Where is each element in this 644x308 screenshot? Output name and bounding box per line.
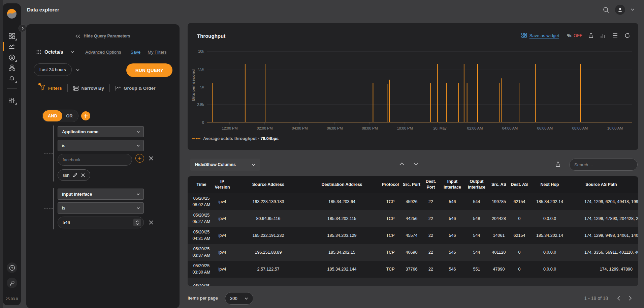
svg-text:5k: 5k: [200, 85, 204, 89]
column-header-src_addr[interactable]: Source Address: [232, 182, 304, 188]
group-order-icon: [115, 85, 121, 91]
table-row[interactable]: 05/20/2503:30 AMipv42.57.122.57185.34.20…: [188, 261, 638, 278]
sidebar-item-data-explorer[interactable]: [3, 41, 21, 52]
filter-operator-select[interactable]: is: [58, 140, 144, 151]
expand-table-icon[interactable]: [413, 161, 419, 167]
table-row[interactable]: 05/20/2508:02 AMipv4193.228.139.183185.3…: [188, 193, 638, 210]
items-per-page-label: Items per page: [188, 296, 218, 301]
filter-tree-line: [44, 124, 44, 208]
column-header-src_port[interactable]: Src. Port: [401, 182, 422, 188]
sidebar-item-dashboards[interactable]: [3, 31, 21, 41]
api-key-button[interactable]: [7, 278, 17, 288]
app-logo[interactable]: [7, 9, 17, 19]
collapse-table-icon[interactable]: [399, 161, 405, 167]
logic-toggle[interactable]: AND OR: [42, 110, 78, 122]
time-range-select[interactable]: Last 24 hours: [34, 63, 72, 76]
table-row[interactable]: 05/20/25: [188, 278, 638, 286]
cell-src_addr: 193.228.139.183: [232, 199, 304, 205]
sidebar-expand-button[interactable]: [19, 24, 26, 32]
export-chart-icon[interactable]: [587, 32, 594, 38]
remove-filter-button[interactable]: [148, 220, 154, 225]
column-header-in_if[interactable]: Input Interface: [440, 179, 465, 190]
number-stepper[interactable]: [133, 219, 141, 226]
percent-toggle[interactable]: %:OFF: [567, 33, 582, 38]
cell-src_as: 14061: [488, 232, 509, 239]
sidebar-item-topology[interactable]: [3, 62, 21, 73]
time-range-caret-icon[interactable]: [76, 68, 80, 72]
column-header-out_if[interactable]: Output Interface: [465, 179, 488, 190]
filter-operator-select[interactable]: is: [58, 202, 144, 214]
page-size-select[interactable]: 300: [225, 292, 253, 305]
filter-value-input[interactable]: facebook: [58, 154, 132, 166]
column-header-as_path[interactable]: Source AS Path: [570, 182, 633, 188]
user-menu-caret-icon[interactable]: [631, 7, 635, 13]
drag-handle-icon[interactable]: [36, 50, 41, 54]
cell-in_if: 546: [440, 216, 465, 222]
edit-chip-icon[interactable]: [73, 173, 77, 177]
metric-caret-icon[interactable]: [70, 50, 74, 54]
save-as-widget-link[interactable]: Save as widget: [521, 33, 559, 38]
cell-out_if: 548: [465, 216, 488, 222]
tab-narrow-by[interactable]: Narrow By: [73, 85, 104, 91]
metric-select[interactable]: Octets/s: [44, 49, 63, 55]
save-link[interactable]: Save: [130, 50, 140, 55]
svg-text:7.5k: 7.5k: [197, 67, 204, 71]
column-header-next_hop[interactable]: Next Hop: [529, 182, 570, 188]
logic-or[interactable]: OR: [63, 113, 78, 118]
table-row[interactable]: 05/20/2504:31 AMipv4165.232.191.232185.3…: [188, 227, 638, 244]
cell-out_if: 544: [465, 249, 488, 256]
column-header-dst_as[interactable]: Dest. AS: [509, 182, 529, 188]
advanced-options-link[interactable]: Advanced Options: [85, 50, 121, 55]
run-query-button[interactable]: RUN QUERY: [126, 63, 172, 77]
cell-src_as: 204428: [488, 216, 509, 222]
hide-query-parameters[interactable]: Hide Query Parameters: [26, 34, 180, 38]
user-icon: [617, 7, 623, 12]
sidebar: ? 25.03.0: [3, 3, 21, 305]
table-row[interactable]: 05/20/2503:37 AMipv4196.251.88.89185.34.…: [188, 244, 638, 261]
filter-field-select[interactable]: Application name: [58, 126, 144, 137]
table-search-input[interactable]: Search ...: [569, 159, 638, 171]
column-header-dst_port[interactable]: Dest. Port: [422, 179, 440, 190]
cell-as_path: 174, 1299, 9498, 14061, 14061: [570, 232, 633, 239]
remove-filter-button[interactable]: [148, 156, 154, 161]
filter-field-select[interactable]: Input Interface: [58, 189, 144, 200]
cell-out_if: 551: [465, 266, 488, 273]
export-table-icon[interactable]: [555, 161, 561, 169]
hide-show-columns-select[interactable]: Hide/Show Columns: [190, 159, 260, 171]
help-button[interactable]: ?: [7, 262, 17, 273]
remove-chip-icon[interactable]: [81, 173, 85, 177]
logic-and[interactable]: AND: [43, 110, 62, 121]
chart-type-icon[interactable]: [599, 33, 607, 38]
cell-date_time: 05/20/2503:37 AM: [190, 246, 213, 259]
column-header-ip_version[interactable]: IP Version: [213, 179, 232, 190]
filter-number-input[interactable]: 546: [58, 217, 144, 228]
cell-next_hop: 185.34.202.14: [529, 232, 570, 239]
page-title: Data explorer: [27, 7, 59, 12]
table-row[interactable]: 05/20/2505:27 AMipv480.94.95.116185.34.2…: [188, 210, 638, 227]
next-page-icon[interactable]: [628, 296, 633, 302]
collapsed-rail: [0, 0, 3, 308]
chart-legend[interactable]: Average octets throughput - 79.04bps: [192, 136, 279, 141]
prev-page-icon[interactable]: [616, 296, 621, 302]
cell-src_port: 44256: [401, 216, 422, 222]
column-header-protocol[interactable]: Protocol: [379, 182, 401, 188]
user-avatar[interactable]: [615, 5, 625, 15]
tab-filters[interactable]: Filters: [40, 85, 62, 91]
chart-menu-icon[interactable]: [611, 33, 619, 38]
add-filter-button[interactable]: [81, 111, 90, 120]
sidebar-item-network[interactable]: [3, 52, 21, 62]
sidebar-item-settings[interactable]: [3, 95, 21, 105]
my-filters-link[interactable]: My Filters: [148, 50, 166, 55]
legend-marker: [192, 137, 200, 140]
cell-src_port: 40690: [401, 249, 422, 256]
column-header-dst_addr[interactable]: Destination Address: [304, 182, 379, 188]
column-header-date_time[interactable]: Time: [190, 182, 213, 188]
cell-as_path: 174, 3356, 56911, 401110, 401120: [570, 249, 633, 256]
add-value-button[interactable]: [135, 154, 144, 163]
sidebar-item-alerts[interactable]: [3, 74, 21, 84]
column-header-src_as[interactable]: Src. AS: [488, 182, 509, 188]
refresh-icon[interactable]: [623, 33, 631, 38]
cell-date_time: 05/20/2508:02 AM: [190, 195, 213, 208]
search-icon[interactable]: [602, 6, 610, 13]
tab-group-order[interactable]: Group & Order: [115, 85, 156, 91]
